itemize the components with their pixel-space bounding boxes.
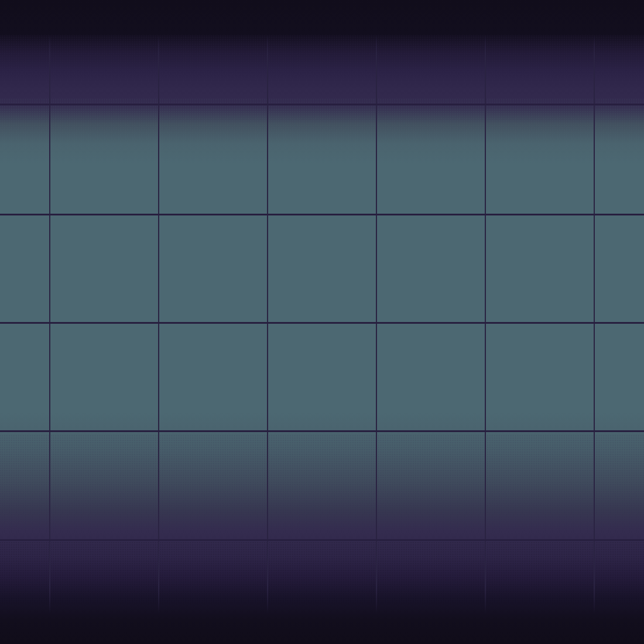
column-divider: [594, 0, 595, 644]
grid-background: [0, 0, 644, 644]
column-divider: [49, 0, 50, 644]
row-divider: [0, 214, 644, 215]
row-divider: [0, 322, 644, 324]
column-divider: [267, 0, 268, 644]
row-divider: [0, 539, 644, 541]
column-divider: [485, 0, 486, 644]
row-divider: [0, 430, 644, 432]
grid-lines-layer: [0, 0, 644, 644]
column-divider: [158, 0, 159, 644]
row-divider: [0, 104, 644, 105]
column-divider: [376, 0, 377, 644]
